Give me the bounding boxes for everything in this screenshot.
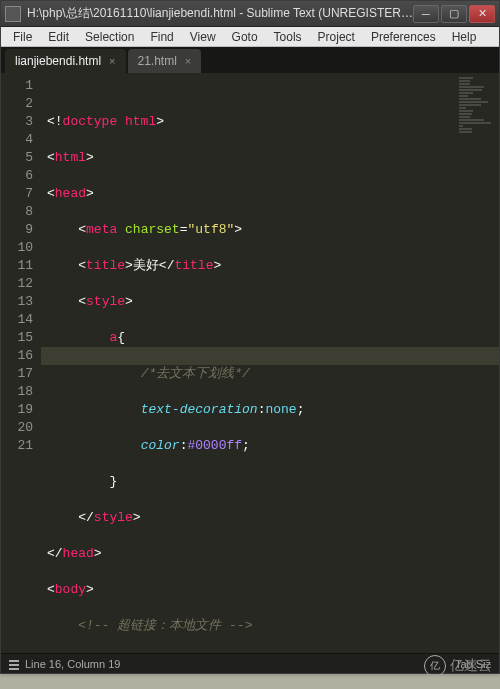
menu-file[interactable]: File: [5, 28, 40, 46]
menu-project[interactable]: Project: [310, 28, 363, 46]
ln: 17: [5, 365, 33, 383]
close-icon[interactable]: ×: [109, 55, 115, 67]
status-position: Line 16, Column 19: [25, 658, 120, 670]
ln: 2: [5, 95, 33, 113]
app-icon: [5, 6, 21, 22]
minimize-button[interactable]: ─: [413, 5, 439, 23]
ln: 12: [5, 275, 33, 293]
watermark-text: 亿速云: [450, 657, 492, 675]
svg-rect-2: [9, 668, 19, 670]
code-line: }: [47, 473, 493, 491]
code-line: <!doctype html>: [47, 113, 493, 131]
svg-rect-0: [9, 660, 19, 662]
code-line: <body>: [47, 581, 493, 599]
ln: 20: [5, 419, 33, 437]
ln: 13: [5, 293, 33, 311]
app-window: H:\php\总结\20161110\lianjiebendi.html - S…: [0, 0, 500, 674]
ln: 1: [5, 77, 33, 95]
status-menu-icon[interactable]: [9, 657, 25, 669]
code-area[interactable]: <!doctype html> <html> <head> <meta char…: [41, 73, 499, 653]
ln: 7: [5, 185, 33, 203]
gutter: 1 2 3 4 5 6 7 8 9 10 11 12 13 14 15 16 1…: [1, 73, 41, 653]
ln: 11: [5, 257, 33, 275]
menu-tools[interactable]: Tools: [266, 28, 310, 46]
titlebar: H:\php\总结\20161110\lianjiebendi.html - S…: [1, 1, 499, 27]
tab-21[interactable]: 21.html ×: [128, 49, 202, 73]
tab-label: lianjiebendi.html: [15, 54, 101, 68]
ln: 8: [5, 203, 33, 221]
svg-rect-1: [9, 664, 19, 666]
close-icon[interactable]: ×: [185, 55, 191, 67]
code-line: <meta charset="utf8">: [47, 221, 493, 239]
menubar: File Edit Selection Find View Goto Tools…: [1, 27, 499, 47]
menu-edit[interactable]: Edit: [40, 28, 77, 46]
menu-view[interactable]: View: [182, 28, 224, 46]
ln: 9: [5, 221, 33, 239]
ln: 19: [5, 401, 33, 419]
watermark-icon: 亿: [424, 655, 446, 677]
code-line: <head>: [47, 185, 493, 203]
ln: 4: [5, 131, 33, 149]
editor[interactable]: 1 2 3 4 5 6 7 8 9 10 11 12 13 14 15 16 1…: [1, 73, 499, 653]
code-line: <style>: [47, 293, 493, 311]
ln: 3: [5, 113, 33, 131]
tabbar: lianjiebendi.html × 21.html ×: [1, 47, 499, 73]
code-line: /*去文本下划线*/: [47, 365, 493, 383]
code-line: a{: [47, 329, 493, 347]
code-line: <html>: [47, 149, 493, 167]
ln: 21: [5, 437, 33, 455]
window-title: H:\php\总结\20161110\lianjiebendi.html - S…: [27, 5, 413, 22]
current-line-highlight: [41, 347, 499, 365]
menu-help[interactable]: Help: [444, 28, 485, 46]
ln: 18: [5, 383, 33, 401]
window-controls: ─ ▢ ✕: [413, 5, 495, 23]
code-line: </head>: [47, 545, 493, 563]
ln: 14: [5, 311, 33, 329]
code-line: color:#0000ff;: [47, 437, 493, 455]
close-button[interactable]: ✕: [469, 5, 495, 23]
ln: 6: [5, 167, 33, 185]
ln: 16: [5, 347, 33, 365]
code-line: <title>美好</title>: [47, 257, 493, 275]
tab-lianjiebendi[interactable]: lianjiebendi.html ×: [5, 49, 126, 73]
menu-preferences[interactable]: Preferences: [363, 28, 444, 46]
code-line: text-decoration:none;: [47, 401, 493, 419]
maximize-button[interactable]: ▢: [441, 5, 467, 23]
ln: 5: [5, 149, 33, 167]
menu-goto[interactable]: Goto: [224, 28, 266, 46]
menu-find[interactable]: Find: [142, 28, 181, 46]
code-line: <!-- 超链接：本地文件 -->: [47, 617, 493, 635]
menu-selection[interactable]: Selection: [77, 28, 142, 46]
tab-label: 21.html: [138, 54, 177, 68]
ln: 10: [5, 239, 33, 257]
ln: 15: [5, 329, 33, 347]
watermark: 亿 亿速云: [424, 655, 492, 677]
code-line: </style>: [47, 509, 493, 527]
